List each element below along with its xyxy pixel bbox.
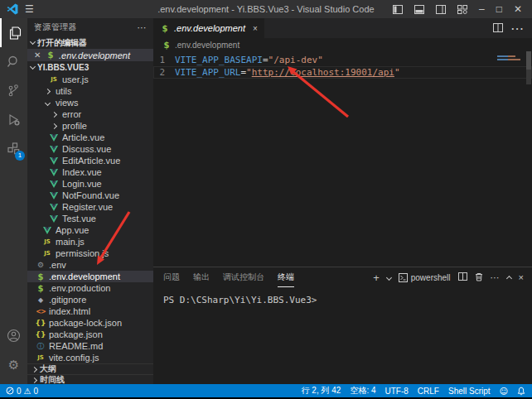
tree-item-Index.vue[interactable]: Index.vue [27, 166, 153, 178]
panel-tab-输出[interactable]: 输出 [193, 267, 210, 287]
close-button[interactable]: ✕ [514, 3, 522, 15]
split-editor-icon[interactable] [493, 21, 503, 36]
vue-icon [49, 146, 59, 153]
tree-item-profile[interactable]: profile [27, 120, 153, 132]
readme-info-icon: ⓘ [36, 341, 46, 352]
toggle-sidebar-icon[interactable] [393, 5, 403, 14]
sidebar-more-icon[interactable]: ⋯ [138, 22, 147, 33]
close-icon[interactable]: ✕ [34, 50, 42, 60]
editor-tab-bar: $ .env.development × ⋯ [153, 18, 532, 38]
chevron-down-icon [45, 99, 51, 105]
language-mode[interactable]: Shell Script [448, 387, 491, 396]
explorer-sidebar: 资源管理器 ⋯ 打开的编辑器 ✕ $ .env.development YI.B… [27, 18, 153, 384]
tree-item-.env.development[interactable]: $.env.development [27, 271, 153, 282]
encoding-status[interactable]: UTF-8 [385, 387, 409, 396]
tree-item-views[interactable]: views [27, 97, 153, 108]
tree-item-NotFound.vue[interactable]: NotFound.vue [27, 190, 153, 201]
settings-gear-icon[interactable]: ⚙ [0, 350, 27, 379]
open-editors-section[interactable]: 打开的编辑器 [27, 36, 153, 49]
toggle-secondary-sidebar-icon[interactable] [436, 5, 446, 14]
terminal-output[interactable]: PS D:\CSharp\Yi\Yi.BBS.Vue3> [153, 287, 532, 305]
tree-item-index.html[interactable]: <>index.html [27, 305, 153, 317]
new-terminal-icon[interactable]: + [373, 272, 380, 284]
panel-tab-调试控制台[interactable]: 调试控制台 [223, 267, 264, 287]
code-token: " [394, 67, 400, 78]
tree-item-App.vue[interactable]: App.vue [27, 224, 153, 236]
vue-icon [49, 134, 59, 142]
editor-more-icon[interactable]: ⋯ [510, 21, 524, 36]
breadcrumb[interactable]: $ .env.development [153, 38, 532, 51]
tree-item-.env.production[interactable]: $.env.production [27, 282, 153, 294]
tree-item-permission.js[interactable]: JSpermission.js [27, 248, 153, 259]
tree-item-error[interactable]: error [27, 108, 153, 120]
timeline-section[interactable]: 时间线 [27, 374, 153, 384]
code-token: " [246, 67, 252, 78]
code-editor[interactable]: 1VITE_APP_BASEAPI="/api-dev"2VITE_APP_UR… [153, 51, 532, 267]
search-icon[interactable] [0, 47, 27, 76]
cursor-position[interactable]: 行 2, 列 42 [302, 385, 341, 397]
vue-icon [49, 192, 59, 200]
tree-item-package-lock.json[interactable]: {}package-lock.json [27, 317, 153, 329]
tree-item-Article.vue[interactable]: Article.vue [27, 132, 153, 143]
window-title: .env.development - Yi.BBS.Vue3 - Visual … [157, 4, 375, 14]
notifications-bell-icon[interactable] [517, 387, 525, 396]
tree-item-.env[interactable]: ⚙.env [27, 259, 153, 271]
outline-section[interactable]: 大纲 [27, 363, 153, 374]
feedback-icon[interactable]: ☺ [500, 387, 508, 396]
tree-item-Login.vue[interactable]: Login.vue [27, 178, 153, 190]
vue-icon [49, 215, 59, 223]
vscode-logo-icon [7, 3, 18, 15]
panel-tabs: 问题输出调试控制台终端 [163, 267, 294, 287]
terminal-dropdown-icon[interactable] [386, 274, 392, 280]
terminal-prompt: PS D:\CSharp\Yi\Yi.BBS.Vue3> [163, 295, 317, 305]
tree-item-vite.config.js[interactable]: JSvite.config.js [27, 352, 153, 363]
kill-terminal-icon[interactable] [475, 272, 483, 283]
run-debug-icon[interactable] [0, 105, 27, 134]
tree-item-Test.vue[interactable]: Test.vue [27, 213, 153, 224]
code-token: = [240, 67, 246, 78]
editor-scrollbar[interactable] [525, 51, 532, 101]
maximize-panel-icon[interactable] [506, 276, 512, 281]
tree-item-utils[interactable]: utils [27, 85, 153, 97]
source-control-icon[interactable] [0, 76, 27, 105]
tree-item-Register.vue[interactable]: Register.vue [27, 201, 153, 213]
panel-tab-问题[interactable]: 问题 [163, 267, 180, 287]
code-line-2[interactable]: 2VITE_APP_URL="http://localhost:19001/ap… [153, 66, 532, 79]
customize-layout-icon[interactable] [457, 5, 467, 14]
tree-item-EditArticle.vue[interactable]: EditArticle.vue [27, 155, 153, 166]
tree-item-user.js[interactable]: JSuser.js [27, 74, 153, 85]
extensions-icon[interactable]: 1 [0, 134, 27, 163]
minimize-button[interactable]: – [479, 3, 485, 15]
minimap[interactable] [497, 54, 522, 95]
project-section[interactable]: YI.BBS.VUE3 [27, 61, 153, 74]
url-link[interactable]: http://localhost:19001/api [252, 67, 394, 78]
tree-item-package.json[interactable]: {}package.json [27, 329, 153, 340]
tab-env-development[interactable]: $ .env.development × [153, 18, 264, 38]
close-panel-icon[interactable]: × [519, 272, 524, 282]
terminal-profile[interactable]: powershell [399, 273, 451, 282]
tree-item-main.js[interactable]: JSmain.js [27, 236, 153, 248]
js-icon: JS [42, 250, 52, 257]
open-editor-item[interactable]: ✕ $ .env.development [27, 49, 153, 61]
problems-status[interactable]: 0 ⚠ 0 [6, 387, 38, 396]
maximize-button[interactable]: □ [496, 3, 502, 15]
panel-tab-终端[interactable]: 终端 [278, 267, 294, 287]
panel-more-icon[interactable]: ⋯ [491, 272, 500, 283]
toggle-panel-icon[interactable] [414, 5, 424, 14]
tree-item-.gitignore[interactable]: ◆.gitignore [27, 294, 153, 305]
explorer-icon[interactable] [0, 18, 27, 47]
split-terminal-icon[interactable] [458, 272, 467, 282]
git-icon: ◆ [36, 296, 46, 304]
tree-item-README.md[interactable]: ⓘREADME.md [27, 340, 153, 352]
vue-icon [49, 204, 59, 211]
chevron-right-icon [51, 123, 57, 128]
eol-status[interactable]: CRLF [418, 387, 439, 396]
json-icon: {} [36, 330, 46, 339]
tab-close-icon[interactable]: × [253, 24, 258, 33]
menu-icon[interactable]: ☰ [25, 3, 34, 15]
tree-item-Discuss.vue[interactable]: Discuss.vue [27, 143, 153, 155]
indentation-status[interactable]: 空格: 4 [350, 385, 375, 397]
js-icon: JS [49, 76, 59, 83]
code-line-1[interactable]: 1VITE_APP_BASEAPI="/api-dev" [153, 54, 532, 66]
account-icon[interactable] [0, 321, 27, 350]
